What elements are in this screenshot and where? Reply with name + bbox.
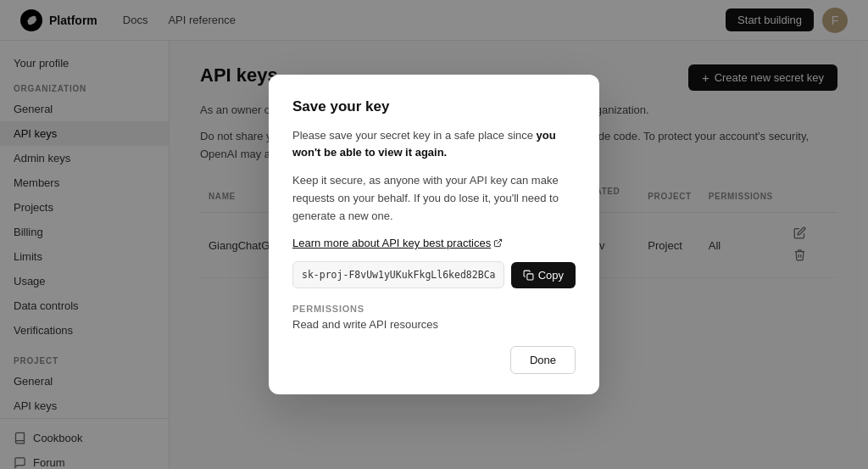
done-button[interactable]: Done bbox=[510, 346, 576, 374]
learn-more-link[interactable]: Learn more about API key best practices bbox=[292, 237, 503, 249]
key-input[interactable] bbox=[292, 261, 504, 288]
copy-button[interactable]: Copy bbox=[511, 262, 576, 288]
permissions-label: Permissions bbox=[292, 304, 576, 314]
permissions-section: Permissions Read and write API resources bbox=[292, 304, 576, 331]
modal-footer: Done bbox=[292, 346, 576, 374]
svg-rect-4 bbox=[527, 274, 533, 280]
modal-text-1: Please save your secret key in a safe pl… bbox=[292, 127, 576, 163]
permissions-value: Read and write API resources bbox=[292, 318, 576, 331]
modal-title: Save your key bbox=[292, 98, 576, 115]
save-key-modal: Save your key Please save your secret ke… bbox=[269, 75, 599, 395]
svg-line-3 bbox=[498, 240, 502, 244]
external-link-icon bbox=[493, 238, 503, 248]
key-input-row: Copy bbox=[292, 261, 576, 288]
modal-text-2: Keep it secure, as anyone with your API … bbox=[292, 172, 576, 225]
copy-icon bbox=[523, 270, 534, 281]
modal-overlay: Save your key Please save your secret ke… bbox=[0, 0, 868, 469]
